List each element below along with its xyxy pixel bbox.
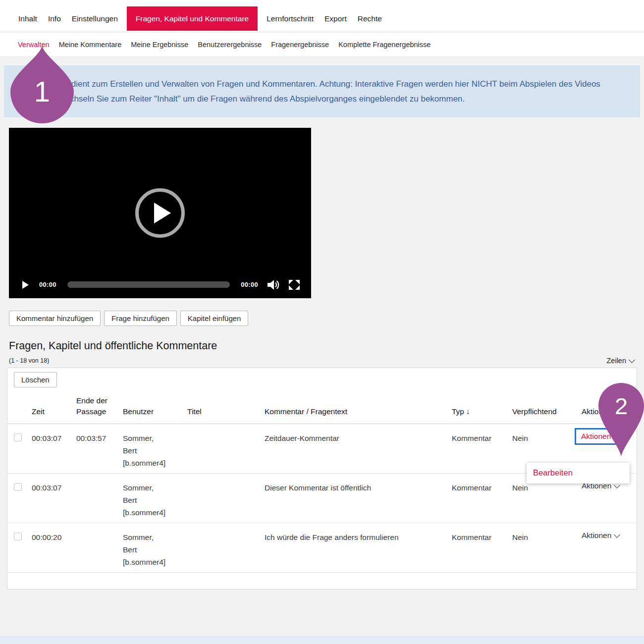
add-comment-button[interactable]: Kommentar hinzufügen — [9, 311, 101, 326]
column-benutzer[interactable]: Benutzer — [123, 406, 187, 417]
subtab-meine-kommentare[interactable]: Meine Kommentare — [59, 41, 122, 49]
column-zeit[interactable]: Zeit — [32, 406, 76, 417]
player-action-buttons: Kommentar hinzufügen Frage hinzufügen Ka… — [9, 311, 248, 326]
comments-table: Löschen Zeit Ende der Passage Benutzer T… — [7, 368, 637, 590]
cell-verpflichtend: Nein — [512, 432, 582, 444]
info-message: Diese Ansicht dient zum Erstellen und Ve… — [4, 65, 640, 117]
fullscreen-icon[interactable] — [289, 280, 300, 290]
cell-kommentar: Ich würde die Frage anders formulieren — [265, 531, 452, 543]
table-header-row: Zeit Ende der Passage Benutzer Titel Kom… — [7, 395, 637, 424]
subtab-meine-ergebnisse[interactable]: Meine Ergebnisse — [131, 41, 188, 49]
cell-typ: Kommentar — [452, 531, 512, 543]
actions-dropdown-menu: Bearbeiten — [527, 463, 630, 483]
actions-dropdown-button[interactable]: Aktionen — [582, 531, 619, 540]
cell-benutzer: Sommer, Bert [b.sommer4] — [123, 531, 173, 568]
sub-tab-bar: Verwalten Meine Kommentare Meine Ergebni… — [0, 33, 644, 56]
volume-icon[interactable] — [268, 279, 279, 290]
seek-bar[interactable] — [67, 281, 230, 288]
cell-kommentar: Dieser Kommentar ist öffentlich — [265, 482, 452, 494]
column-aktionen: Aktionen — [582, 406, 637, 417]
tab-rechte[interactable]: Rechte — [352, 6, 387, 31]
cell-zeit: 00:03:07 — [32, 482, 76, 494]
big-play-button[interactable] — [135, 188, 185, 238]
row-checkbox[interactable] — [14, 483, 22, 491]
cell-zeit: 00:00:20 — [32, 531, 76, 543]
row-checkbox[interactable] — [14, 433, 22, 441]
cell-kommentar: Zeitdauer-Kommentar — [265, 432, 452, 444]
tab-lernfortschritt[interactable]: Lernfortschritt — [261, 6, 319, 31]
chevron-down-icon — [613, 432, 620, 439]
row-checkbox[interactable] — [14, 533, 22, 540]
subtab-benutzerergebnisse[interactable]: Benutzerergebnisse — [198, 41, 262, 49]
video-player[interactable]: 00:00 00:00 — [9, 128, 311, 298]
edit-menu-item[interactable]: Bearbeiten — [533, 468, 630, 478]
info-message-text: Diese Ansicht dient zum Erstellen und Ve… — [18, 79, 600, 104]
subtab-verwalten[interactable]: Verwalten — [18, 41, 50, 49]
tab-einstellungen[interactable]: Einstellungen — [66, 6, 123, 31]
current-time: 00:00 — [39, 281, 56, 288]
footer-strip — [0, 636, 644, 644]
column-ende-der-passage[interactable]: Ende der Passage — [76, 395, 108, 417]
rows-dropdown[interactable]: Zeilen — [607, 357, 635, 365]
cell-benutzer: Sommer, Bert [b.sommer4] — [123, 432, 173, 469]
subtab-komplette-fragenergebnisse[interactable]: Komplette Fragenergebnisse — [338, 41, 430, 49]
pagination-info: (1 - 18 von 18) — [9, 357, 49, 364]
cell-ende: 00:03:57 — [76, 432, 123, 444]
video-controls: 00:00 00:00 — [9, 271, 311, 298]
table-title: Fragen, Kapitel und öffentliche Kommenta… — [9, 340, 217, 352]
cell-typ: Kommentar — [452, 432, 512, 444]
play-button[interactable] — [22, 281, 29, 289]
column-verpflichtend[interactable]: Verpflichtend — [512, 406, 582, 417]
play-icon — [154, 203, 171, 223]
duration: 00:00 — [241, 281, 258, 288]
subtab-fragenergebnisse[interactable]: Fragenergebnisse — [271, 41, 329, 49]
add-question-button[interactable]: Frage hinzufügen — [104, 311, 177, 326]
cell-typ: Kommentar — [452, 482, 512, 494]
chevron-down-icon — [629, 357, 635, 363]
delete-button[interactable]: Löschen — [14, 372, 57, 387]
actions-dropdown-button-open[interactable]: Aktionen — [575, 428, 625, 445]
column-titel[interactable]: Titel — [187, 406, 265, 417]
table-row: 00:00:20 Sommer, Bert [b.sommer4] Ich wü… — [7, 523, 637, 573]
tab-info[interactable]: Info — [43, 6, 66, 31]
column-kommentar-fragentext[interactable]: Kommentar / Fragentext — [265, 406, 452, 417]
tab-inhalt[interactable]: Inhalt — [13, 6, 43, 31]
cell-benutzer: Sommer, Bert [b.sommer4] — [123, 482, 173, 519]
insert-chapter-button[interactable]: Kapitel einfügen — [180, 311, 249, 326]
cell-verpflichtend: Nein — [512, 531, 582, 543]
tab-export[interactable]: Export — [319, 6, 352, 31]
chevron-down-icon — [614, 532, 620, 538]
cell-zeit: 00:03:07 — [32, 432, 76, 444]
tab-fragen-kapitel-kommentare[interactable]: Fragen, Kapitel und Kommentare — [127, 6, 258, 31]
rows-dropdown-label: Zeilen — [607, 357, 627, 365]
sort-desc-icon: ↓ — [466, 407, 470, 416]
column-typ[interactable]: Typ↓ — [452, 406, 512, 417]
main-tab-bar: Inhalt Info Einstellungen Fragen, Kapite… — [0, 0, 644, 31]
